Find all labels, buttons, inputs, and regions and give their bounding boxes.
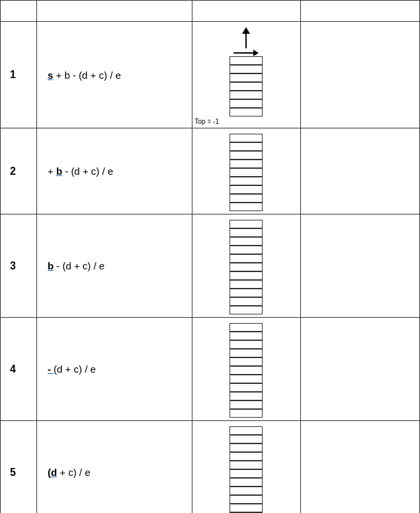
display-cell (301, 22, 420, 128)
stack-cell (192, 318, 301, 421)
step-cell: 5 (1, 421, 37, 514)
table-row: 2+ b - (d + c) / e (1, 128, 420, 214)
display-cell (301, 421, 420, 514)
expression-cell: (d + c) / e (36, 421, 192, 514)
stack-cell: Top = -1 (192, 22, 301, 128)
table-row: 4- (d + c) / e (1, 318, 420, 421)
step-cell: 3 (1, 214, 37, 318)
stack-cell (192, 214, 301, 318)
expression-cell: + b - (d + c) / e (36, 128, 192, 214)
step-cell: 4 (1, 318, 37, 421)
display-cell (301, 318, 420, 421)
table-row: 1s + b - (d + c) / eTop = -1 (1, 22, 420, 128)
step-cell: 2 (1, 128, 37, 214)
header-stack (192, 1, 301, 22)
table-row: 3b - (d + c) / e (1, 214, 420, 318)
display-cell (301, 214, 420, 318)
stack-cell (192, 128, 301, 214)
step-cell: 1 (1, 22, 37, 128)
expression-cell: - (d + c) / e (36, 318, 192, 421)
stack-cell (192, 421, 301, 514)
header-step (1, 1, 37, 22)
display-cell (301, 128, 420, 214)
header-display (301, 1, 420, 22)
header-expression (36, 1, 192, 22)
expression-cell: s + b - (d + c) / e (36, 22, 192, 128)
table-row: 5(d + c) / e (1, 421, 420, 514)
expression-cell: b - (d + c) / e (36, 214, 192, 318)
